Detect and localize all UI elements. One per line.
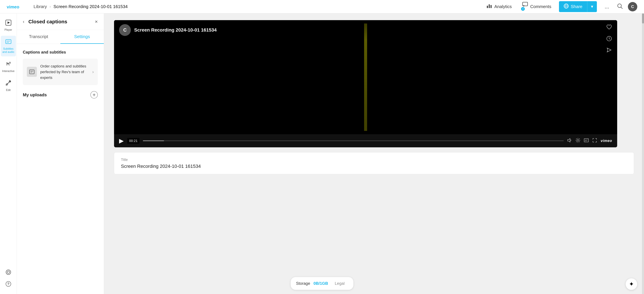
promo-text: Order captions and subtitles perfected b… [40,63,89,80]
panel-tabs: Transcript Settings [17,30,104,44]
progress-bar[interactable] [143,140,564,141]
captions-section-title: Captions and subtitles [23,50,98,55]
send-icon[interactable] [606,47,612,54]
search-button[interactable] [617,3,623,10]
clock-icon[interactable] [606,36,612,43]
svg-marker-11 [8,22,10,24]
edit-icon [5,80,12,87]
storage-usage: 0B/1GB [314,281,328,286]
uploads-add-button[interactable]: + [90,91,98,99]
analytics-label: Analytics [494,4,512,9]
subtitles-icon [5,39,12,46]
nav-right: Analytics 0 Comments Share ▼ ... C [484,0,637,14]
svg-rect-12 [6,40,11,44]
panel-back-button[interactable]: ‹ [23,19,24,24]
icon-sidebar: Player Subtitlesand audio Interactive Ed… [0,14,17,294]
progress-fill [143,140,164,141]
legal-button[interactable]: Legal [332,279,348,287]
time-tooltip: 00:21 [127,138,140,144]
chevron-down-icon: ▼ [590,5,594,9]
sparkle-button[interactable]: ✦ [626,278,637,290]
settings-icon[interactable] [576,138,580,144]
top-navigation: vimeo Library › Screen Recording 2024-10… [0,0,644,14]
panel-title: Closed captions [28,19,92,25]
sidebar-item-interactive[interactable]: Interactive [1,58,16,75]
player-icon [5,20,12,27]
interactive-icon [5,61,12,69]
panel: ‹ Closed captions × Transcript Settings … [17,14,104,294]
vimeo-logo[interactable]: vimeo [7,3,27,10]
video-wrapper: C Screen Recording 2024-10-01 161534 [114,20,617,147]
user-avatar[interactable]: C [628,2,637,12]
svg-rect-3 [490,5,492,8]
sidebar-item-edit[interactable]: Edit [1,77,16,94]
video-avatar: C [119,24,131,36]
sidebar-item-interactive-label: Interactive [2,70,14,73]
info-title-value: Screen Recording 2024-10-01 161534 [121,164,627,169]
bottom-section: Title Screen Recording 2024-10-01 161534 [104,152,644,294]
sidebar-item-edit-label: Edit [6,88,11,92]
volume-icon[interactable] [567,138,572,144]
scrollbar-thumb[interactable] [642,14,644,24]
uploads-row: My uploads + [23,91,98,99]
svg-text:vimeo: vimeo [7,4,19,10]
video-top-bar: C Screen Recording 2024-10-01 161534 [114,20,617,40]
sidebar-bottom: ? [3,267,14,294]
svg-marker-26 [568,138,570,142]
promo-text-main: Order captions and subtitles perfected b… [40,64,86,80]
main-layout: Player Subtitlesand audio Interactive Ed… [0,14,644,294]
promo-arrow-icon: › [92,69,94,75]
uploads-label: My uploads [23,92,47,98]
svg-point-15 [9,62,10,64]
svg-point-18 [6,270,11,274]
storage-label: Storage [296,281,310,286]
analytics-icon [486,3,492,10]
share-button-group: Share ▼ [559,1,597,12]
svg-rect-2 [489,4,490,8]
video-right-icons [606,24,612,54]
panel-close-button[interactable]: × [95,19,98,25]
sidebar-item-subtitles[interactable]: Subtitlesand audio [1,36,16,56]
sidebar-item-subtitles-label: Subtitlesand audio [2,47,14,54]
video-title-text: Screen Recording 2024-10-01 161534 [134,27,217,33]
storage-bar: Storage 0B/1GB Legal [290,277,354,290]
svg-rect-1 [487,6,488,8]
share-button[interactable]: Share [559,1,587,12]
main-content: C Screen Recording 2024-10-01 161534 [104,14,644,294]
right-scrollbar[interactable] [642,14,644,294]
heart-icon[interactable] [606,24,612,32]
comments-button[interactable]: 0 Comments [520,0,554,14]
breadcrumb-current: Screen Recording 2024-10-01 161534 [54,4,128,9]
play-button[interactable]: ▶ [119,137,124,144]
share-dropdown-button[interactable]: ▼ [587,1,597,12]
help-button[interactable]: ? [3,279,14,289]
comments-badge: 0 [521,7,525,11]
analytics-button[interactable]: Analytics [484,1,514,12]
tab-settings[interactable]: Settings [60,30,104,44]
video-controls: ▶ 00:21 [114,134,617,147]
comments-label: Comments [530,4,551,9]
svg-point-19 [7,271,10,273]
sidebar-item-player[interactable]: Player [1,17,16,34]
svg-text:?: ? [7,282,10,286]
subtitle-icon[interactable] [584,138,589,144]
svg-point-27 [577,139,579,141]
svg-rect-22 [30,70,34,74]
sidebar-item-player-label: Player [4,28,12,31]
info-card: Title Screen Recording 2024-10-01 161534 [114,152,634,174]
more-options-button[interactable]: ... [602,2,612,12]
breadcrumb-separator: › [50,5,51,9]
ctrl-icons: vimeo [567,138,612,144]
breadcrumb: Library › Screen Recording 2024-10-01 16… [34,4,128,9]
globe-icon [564,4,569,10]
fullscreen-icon[interactable] [592,138,597,144]
panel-content: Captions and subtitles Order captions an… [17,44,104,294]
tab-transcript[interactable]: Transcript [17,30,60,44]
sparkle-icon: ✦ [629,280,634,288]
library-link[interactable]: Library [34,4,47,9]
donut-button[interactable] [3,267,14,277]
promo-icon [27,67,37,77]
info-title-label: Title [121,158,627,162]
promo-card[interactable]: Order captions and subtitles perfected b… [23,59,98,85]
panel-header: ‹ Closed captions × [17,14,104,30]
